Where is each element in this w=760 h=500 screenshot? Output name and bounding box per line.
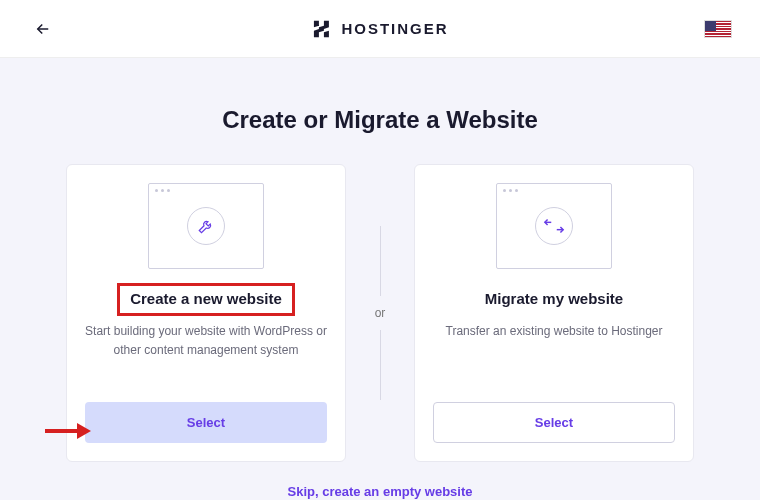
- migrate-card-desc: Transfer an existing website to Hostinge…: [446, 322, 663, 380]
- create-card-title: Create a new website: [130, 290, 282, 307]
- locale-flag-us[interactable]: [704, 20, 732, 38]
- create-card-desc: Start building your website with WordPre…: [85, 322, 327, 380]
- page-title: Create or Migrate a Website: [0, 106, 760, 134]
- card-create-website: Create a new website Start building your…: [66, 164, 346, 462]
- hostinger-logo-icon: [311, 19, 331, 39]
- create-select-button[interactable]: Select: [85, 402, 327, 443]
- arrow-left-icon: [34, 20, 52, 38]
- brand-logo: HOSTINGER: [311, 19, 448, 39]
- create-illustration: [148, 183, 264, 269]
- option-cards: Create a new website Start building your…: [0, 164, 760, 462]
- back-button[interactable]: [28, 14, 58, 44]
- divider-label: or: [375, 296, 386, 330]
- brand-name: HOSTINGER: [341, 20, 448, 37]
- cards-divider: or: [346, 164, 414, 462]
- migrate-illustration: [496, 183, 612, 269]
- transfer-arrows-icon: [543, 217, 565, 235]
- migrate-title-wrap: Migrate my website: [472, 283, 636, 316]
- create-title-highlight: Create a new website: [117, 283, 295, 316]
- wrench-icon: [197, 217, 215, 235]
- top-bar: HOSTINGER: [0, 0, 760, 58]
- migrate-select-button[interactable]: Select: [433, 402, 675, 443]
- card-migrate-website: Migrate my website Transfer an existing …: [414, 164, 694, 462]
- migrate-card-title: Migrate my website: [485, 290, 623, 307]
- skip-link[interactable]: Skip, create an empty website: [0, 484, 760, 499]
